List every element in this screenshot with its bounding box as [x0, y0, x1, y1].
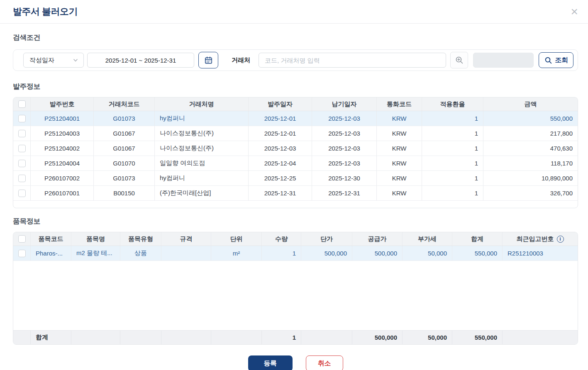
cell: KRW [377, 156, 422, 170]
magnifier-plus-icon [455, 56, 464, 65]
register-button[interactable]: 등록 [248, 355, 293, 370]
cell: 470,630 [483, 141, 578, 156]
cell: m2 물량 테... [71, 246, 120, 260]
cell: KRW [377, 171, 422, 185]
cell: 1 [422, 171, 483, 185]
order-row[interactable]: P251204002G01067나이스정보통신(주)2025-12-032025… [13, 141, 578, 156]
items-table-header: 품목코드 품목명 품목유형 규격 단위 수량 단가 공급가 부가세 합계 최근입… [13, 232, 578, 246]
info-icon[interactable]: i [557, 236, 564, 243]
calendar-button[interactable] [198, 52, 218, 68]
orders-section-label: 발주정보 [13, 82, 578, 91]
column-header: 수량 [262, 232, 301, 246]
cell: R251210003 [503, 246, 578, 260]
cell: 217,800 [483, 126, 578, 141]
order-row[interactable]: P251204001G01073hy컴퍼니2025-12-012025-12-0… [13, 111, 578, 126]
modal-title: 발주서 불러오기 [13, 5, 78, 18]
column-header: 품목유형 [120, 232, 161, 246]
query-button[interactable]: 조회 [539, 52, 573, 68]
load-purchase-order-modal: 발주서 불러오기 × 검색조건 작성일자 [0, 0, 588, 370]
calendar-icon [204, 56, 213, 65]
cell: 10,890,000 [483, 171, 578, 185]
cell: 2025-12-03 [249, 141, 312, 156]
cell: P251204001 [31, 111, 94, 126]
total-sum: 550,000 [452, 331, 503, 344]
select-all-checkbox[interactable] [18, 235, 26, 243]
total-quantity: 1 [262, 331, 301, 344]
items-table-body: Pharos-...m2 물량 테...상품m²1500,000500,0005… [13, 246, 578, 330]
cell: Pharos-... [31, 246, 71, 260]
date-type-select[interactable]: 작성일자 [23, 53, 84, 68]
column-header: 단가 [301, 232, 352, 246]
row-checkbox[interactable] [18, 145, 26, 152]
order-row[interactable]: P251204003G01067나이스정보통신(주)2025-12-012025… [13, 126, 578, 141]
partner-search-input[interactable] [259, 53, 446, 68]
cell: G01067 [94, 126, 155, 141]
order-row[interactable]: P260107002G01073hy컴퍼니2025-12-252025-12-3… [13, 171, 578, 186]
cell: KRW [377, 126, 422, 141]
cell: 1 [422, 111, 483, 126]
column-header: 규격 [161, 232, 211, 246]
row-checkbox[interactable] [18, 190, 26, 197]
cell: 1 [262, 246, 301, 260]
partner-label: 거래처 [232, 56, 250, 64]
cell: 2025-12-03 [312, 141, 377, 156]
column-header: 발주일자 [249, 97, 312, 111]
cell: P251204003 [31, 126, 94, 141]
orders-table-header: 발주번호 거래처코드 거래처명 발주일자 납기일자 통화코드 적용환율 금액 [13, 97, 578, 111]
total-vat: 50,000 [403, 331, 452, 344]
partner-code-field [473, 53, 534, 68]
select-all-checkbox[interactable] [18, 100, 26, 108]
row-checkbox[interactable] [18, 115, 26, 122]
cell: G01070 [94, 156, 155, 170]
close-icon[interactable]: × [571, 5, 578, 18]
date-type-value: 작성일자 [29, 56, 54, 64]
order-row[interactable]: P260107001B00150(주)한국미래[산업]2025-12-31202… [13, 186, 578, 201]
cell: 326,700 [483, 186, 578, 200]
total-supply-amount: 500,000 [352, 331, 403, 344]
row-checkbox[interactable] [18, 250, 26, 257]
items-section-label: 품목정보 [13, 217, 578, 226]
chevron-down-icon [73, 57, 78, 63]
query-button-label: 조회 [555, 56, 568, 65]
cell: KRW [377, 111, 422, 126]
orders-table-body: P251204001G01073hy컴퍼니2025-12-012025-12-0… [13, 111, 578, 201]
cell: 118,170 [483, 156, 578, 170]
cell: 1 [422, 186, 483, 200]
cell: 1 [422, 126, 483, 141]
column-header: 합계 [452, 232, 503, 246]
column-header: 단위 [211, 232, 262, 246]
order-row[interactable]: P251204004G01070일일향 여의도점2025-12-042025-1… [13, 156, 578, 171]
column-header: 품목명 [71, 232, 120, 246]
cell: 1 [422, 141, 483, 156]
column-header: 공급가 [352, 232, 403, 246]
cell: 2025-12-31 [249, 186, 312, 200]
column-header: 품목코드 [31, 232, 71, 246]
cell: 500,000 [301, 246, 352, 260]
cell: 2025-12-03 [312, 111, 377, 126]
item-row[interactable]: Pharos-...m2 물량 테...상품m²1500,000500,0005… [13, 246, 578, 261]
search-section-label: 검색조건 [13, 33, 578, 42]
column-header-recent-receipt: 최근입고번호 i [503, 232, 578, 246]
cell: G01073 [94, 171, 155, 185]
cell [161, 246, 211, 260]
cancel-button[interactable]: 취소 [306, 355, 343, 370]
cell: 500,000 [352, 246, 403, 260]
column-header: 부가세 [403, 232, 452, 246]
modal-footer: 등록 취소 [13, 355, 578, 370]
cell: P251204004 [31, 156, 94, 170]
column-header: 통화코드 [377, 97, 422, 111]
cell: P260107002 [31, 171, 94, 185]
date-range-input[interactable] [87, 53, 194, 68]
modal-content: 검색조건 작성일자 [0, 33, 588, 370]
row-checkbox[interactable] [18, 175, 26, 182]
row-checkbox[interactable] [18, 130, 26, 137]
partner-lookup-button[interactable] [450, 52, 468, 68]
cell: 2025-12-01 [249, 126, 312, 141]
items-total-row: 합계 1 500,000 50,000 550,000 [13, 330, 578, 344]
cell: 2025-12-04 [249, 156, 312, 170]
cell: 2025-12-03 [312, 126, 377, 141]
column-header: 적용환율 [422, 97, 483, 111]
row-checkbox[interactable] [18, 160, 26, 167]
cell: 2025-12-31 [312, 186, 377, 200]
cell: G01073 [94, 111, 155, 126]
